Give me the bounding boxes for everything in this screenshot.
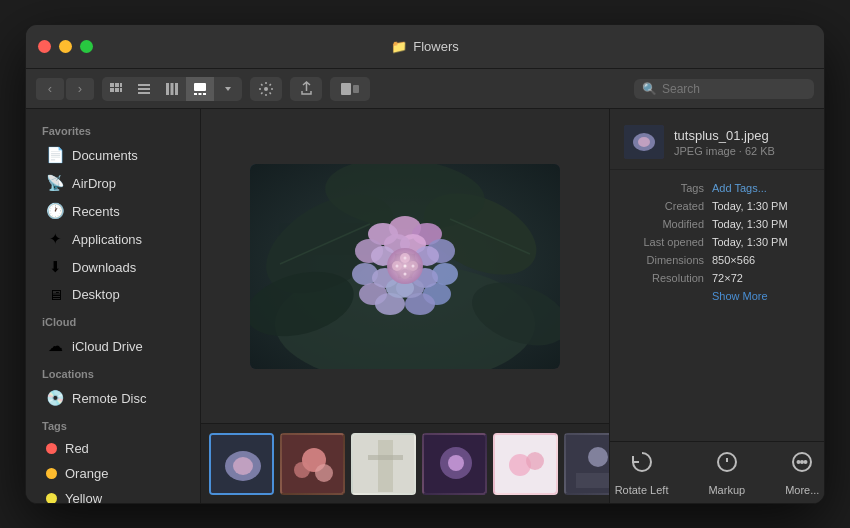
sidebar-item-remote-disc[interactable]: 💿 Remote Disc [30, 384, 196, 412]
svg-point-60 [233, 457, 253, 475]
thumbnail-4[interactable] [422, 433, 487, 495]
show-more-button[interactable]: Show More [712, 290, 810, 302]
info-row-last-opened: Last opened Today, 1:30 PM [624, 236, 810, 248]
view-dropdown-button[interactable] [214, 77, 242, 101]
sidebar-section-favorites: Favorites [26, 117, 200, 141]
window-title: 📁 Flowers [391, 39, 459, 54]
title-label: Flowers [413, 39, 459, 54]
info-val-dimensions: 850×566 [712, 254, 810, 266]
svg-rect-5 [120, 88, 122, 92]
sidebar-item-recents-label: Recents [72, 204, 120, 219]
rotate-left-button[interactable]: Rotate Left [615, 450, 669, 496]
svg-point-17 [264, 87, 268, 91]
desktop-icon: 🖥 [46, 286, 64, 303]
svg-point-75 [588, 447, 608, 467]
sidebar-item-icloud-label: iCloud Drive [72, 339, 143, 354]
action-button[interactable] [250, 77, 282, 101]
main-content: Favorites 📄 Documents 📡 AirDrop 🕐 Recent… [26, 109, 824, 503]
traffic-lights [38, 40, 93, 53]
preview-toggle-button[interactable] [330, 77, 370, 101]
svg-rect-19 [353, 85, 359, 93]
sidebar-item-recents[interactable]: 🕐 Recents [30, 197, 196, 225]
close-button[interactable] [38, 40, 51, 53]
info-val-created: Today, 1:30 PM [712, 200, 810, 212]
svg-rect-11 [175, 83, 178, 95]
info-row-created: Created Today, 1:30 PM [624, 200, 810, 212]
svg-rect-3 [110, 88, 114, 92]
svg-point-73 [526, 452, 544, 470]
minimize-button[interactable] [59, 40, 72, 53]
tag-red-dot [46, 443, 57, 454]
svg-rect-13 [194, 93, 197, 95]
info-row-modified: Modified Today, 1:30 PM [624, 218, 810, 230]
info-val-modified: Today, 1:30 PM [712, 218, 810, 230]
sidebar-item-documents[interactable]: 📄 Documents [30, 141, 196, 169]
thumbnail-1[interactable] [209, 433, 274, 495]
svg-rect-0 [110, 83, 114, 87]
svg-rect-12 [194, 83, 206, 91]
sidebar-item-icloud[interactable]: ☁ iCloud Drive [30, 332, 196, 360]
info-key-resolution: Resolution [624, 272, 704, 284]
search-box: 🔍 [634, 79, 814, 99]
svg-rect-1 [115, 83, 119, 87]
info-val-last-opened: Today, 1:30 PM [712, 236, 810, 248]
thumbnail-5[interactable] [493, 433, 558, 495]
info-key-dimensions: Dimensions [624, 254, 704, 266]
search-input[interactable] [662, 82, 806, 96]
view-list-button[interactable] [130, 77, 158, 101]
back-button[interactable]: ‹ [36, 78, 64, 100]
sidebar-item-tag-yellow[interactable]: Yellow [30, 486, 196, 503]
sidebar-section-locations: Locations [26, 360, 200, 384]
sidebar-item-downloads-label: Downloads [72, 260, 136, 275]
share-button[interactable] [290, 77, 322, 101]
view-icon-button[interactable] [102, 77, 130, 101]
view-gallery-button[interactable] [186, 77, 214, 101]
more-icon [790, 450, 814, 480]
thumbnail-2[interactable] [280, 433, 345, 495]
sidebar-item-airdrop[interactable]: 📡 AirDrop [30, 169, 196, 197]
svg-point-54 [412, 264, 415, 267]
more-label: More... [785, 484, 819, 496]
sidebar-item-tag-yellow-label: Yellow [65, 491, 102, 503]
main-image[interactable] [250, 164, 560, 369]
thumbnail-3[interactable] [351, 433, 416, 495]
svg-point-79 [638, 137, 650, 147]
view-columns-button[interactable] [158, 77, 186, 101]
documents-icon: 📄 [46, 146, 64, 164]
disc-icon: 💿 [46, 389, 64, 407]
thumbnail-6[interactable] [564, 433, 609, 495]
sidebar-item-applications[interactable]: ✦ Applications [30, 225, 196, 253]
sidebar-item-airdrop-label: AirDrop [72, 176, 116, 191]
center-panel [201, 109, 609, 503]
markup-button[interactable]: Markup [708, 450, 745, 496]
svg-rect-6 [138, 84, 150, 86]
svg-rect-4 [115, 88, 119, 92]
maximize-button[interactable] [80, 40, 93, 53]
thumbnail-strip [201, 423, 609, 503]
info-val-tags[interactable]: Add Tags... [712, 182, 810, 194]
sidebar-item-desktop[interactable]: 🖥 Desktop [30, 281, 196, 308]
icloud-icon: ☁ [46, 337, 64, 355]
sidebar-item-documents-label: Documents [72, 148, 138, 163]
applications-icon: ✦ [46, 230, 64, 248]
svg-rect-9 [166, 83, 169, 95]
svg-marker-16 [225, 87, 231, 91]
sidebar-item-remote-disc-label: Remote Disc [72, 391, 146, 406]
sidebar-item-tag-orange[interactable]: Orange [30, 461, 196, 486]
svg-rect-76 [576, 473, 609, 488]
more-button[interactable]: More... [785, 450, 819, 496]
sidebar-section-tags: Tags [26, 412, 200, 436]
sidebar-item-tag-red[interactable]: Red [30, 436, 196, 461]
svg-rect-8 [138, 92, 150, 94]
svg-rect-10 [171, 83, 174, 95]
bottom-action-bar: Rotate Left Markup [610, 441, 824, 503]
info-key-modified: Modified [624, 218, 704, 230]
svg-rect-18 [341, 83, 351, 95]
recents-icon: 🕐 [46, 202, 64, 220]
svg-point-55 [396, 264, 399, 267]
forward-button[interactable]: › [66, 78, 94, 100]
sidebar-item-downloads[interactable]: ⬇ Downloads [30, 253, 196, 281]
svg-point-63 [294, 462, 310, 478]
rotate-left-label: Rotate Left [615, 484, 669, 496]
sidebar: Favorites 📄 Documents 📡 AirDrop 🕐 Recent… [26, 109, 201, 503]
